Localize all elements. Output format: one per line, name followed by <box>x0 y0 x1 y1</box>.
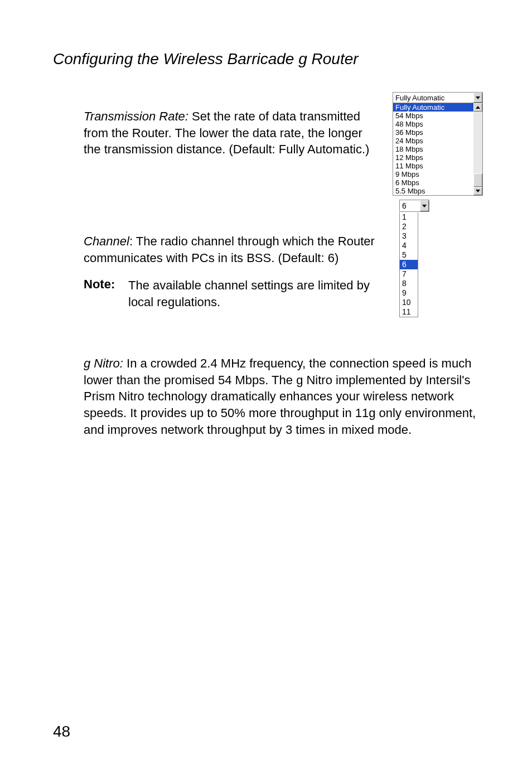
dropdown-selected-text: Fully Automatic <box>393 93 473 103</box>
dropdown-option[interactable]: 10 <box>400 298 418 307</box>
dropdown-option[interactable]: Fully Automatic <box>393 103 473 112</box>
label-gnitro: g Nitro: <box>84 356 123 370</box>
dropdown-option[interactable]: 36 Mbps <box>393 128 473 137</box>
scrollbar[interactable] <box>473 103 482 195</box>
label-transmission-rate: Transmission Rate: <box>84 109 188 123</box>
dropdown-option[interactable]: 9 <box>400 288 418 298</box>
dropdown-button[interactable] <box>473 93 482 103</box>
dropdown-selected-text: 6 <box>400 200 420 211</box>
transmission-rate-dropdown[interactable]: Fully Automatic Fully Automatic54 Mbps48… <box>393 92 483 196</box>
page-number: 48 <box>53 723 70 741</box>
dropdown-list: Fully Automatic54 Mbps48 Mbps36 Mbps24 M… <box>393 103 483 196</box>
scroll-thumb[interactable] <box>473 173 482 187</box>
dropdown-header[interactable]: Fully Automatic <box>393 92 483 103</box>
dropdown-option[interactable]: 48 Mbps <box>393 120 473 128</box>
dropdown-option[interactable]: 6 Mbps <box>393 178 473 187</box>
dropdown-option[interactable]: 12 Mbps <box>393 153 473 162</box>
desc-gnitro: In a crowded 2.4 MHz frequency, the conn… <box>84 356 476 437</box>
dropdown-option[interactable]: 8 <box>400 279 418 288</box>
dropdown-option[interactable]: 11 Mbps <box>393 162 473 170</box>
note-block: Note: The available channel settings are… <box>84 277 396 310</box>
scroll-down-button[interactable] <box>473 187 482 195</box>
dropdown-option[interactable]: 18 Mbps <box>393 145 473 153</box>
dropdown-list: 1234567891011 <box>399 212 418 317</box>
dropdown-option[interactable]: 5.5 Mbps <box>393 187 473 195</box>
note-label: Note: <box>84 277 128 310</box>
chevron-down-icon <box>476 96 480 99</box>
scroll-up-button[interactable] <box>473 103 482 112</box>
dropdown-option[interactable]: 6 <box>400 260 418 269</box>
paragraph-transmission-rate: Transmission Rate: Set the rate of data … <box>84 108 371 158</box>
dropdown-option[interactable]: 2 <box>400 222 418 231</box>
dropdown-option[interactable]: 1 <box>400 212 418 222</box>
chevron-down-icon <box>476 190 480 192</box>
chevron-down-icon <box>422 205 427 207</box>
label-channel: Channel <box>84 234 129 248</box>
paragraph-channel: Channel: The radio channel through which… <box>84 233 396 266</box>
dropdown-option[interactable]: 54 Mbps <box>393 112 473 120</box>
dropdown-button[interactable] <box>420 200 429 211</box>
page-title: Configuring the Wireless Barricade g Rou… <box>53 50 479 68</box>
chevron-up-icon <box>476 106 480 109</box>
channel-dropdown[interactable]: 6 1234567891011 <box>399 200 429 317</box>
dropdown-option[interactable]: 11 <box>400 307 418 317</box>
dropdown-header[interactable]: 6 <box>399 200 429 212</box>
paragraph-gnitro: g Nitro: In a crowded 2.4 MHz frequency,… <box>84 355 485 438</box>
dropdown-option[interactable]: 4 <box>400 241 418 250</box>
dropdown-option[interactable]: 5 <box>400 250 418 260</box>
note-text: The available channel settings are limit… <box>128 277 396 310</box>
scroll-track[interactable] <box>473 112 482 187</box>
dropdown-option[interactable]: 3 <box>400 231 418 241</box>
dropdown-option[interactable]: 9 Mbps <box>393 170 473 178</box>
dropdown-option[interactable]: 7 <box>400 269 418 279</box>
dropdown-option[interactable]: 24 Mbps <box>393 137 473 145</box>
